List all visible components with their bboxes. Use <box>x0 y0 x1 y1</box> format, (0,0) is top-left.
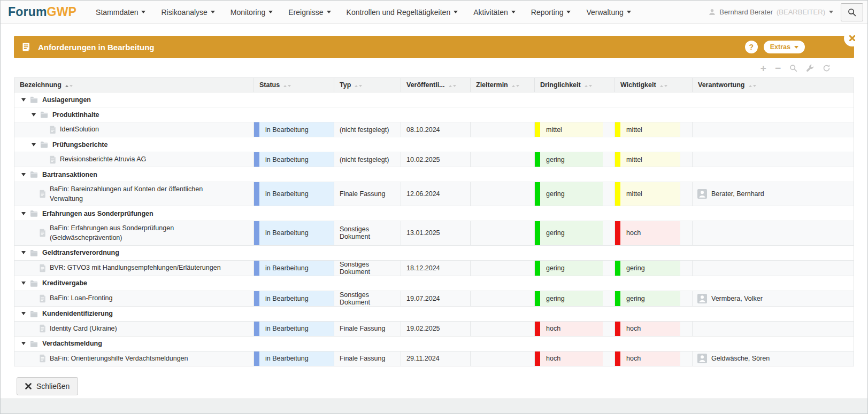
nav-item[interactable]: Kontrollen und Regeltätigkeiten <box>347 8 458 17</box>
group-row[interactable]: Geldtransferverordnung <box>14 245 854 260</box>
verantwortung-cell <box>693 321 854 336</box>
search-button[interactable] <box>841 3 863 21</box>
user-menu[interactable]: Bernhard Berater (BEARBEITER) <box>709 8 833 16</box>
folder-icon <box>29 249 39 257</box>
wichtigkeit-cell: gering <box>615 291 693 306</box>
item-label: BaFin: Orientierungshilfe Verdachtsmeldu… <box>50 351 188 365</box>
group-row[interactable]: Bartransaktionen <box>14 167 854 182</box>
zieltermin-cell <box>471 260 535 276</box>
table-row[interactable]: BaFin: Bareinzahlungen auf Konten der öf… <box>14 182 854 206</box>
close-button[interactable]: Schließen <box>17 377 78 395</box>
table-body: AuslagerungenProduktinhalteIdentSolution… <box>14 92 854 366</box>
group-row[interactable]: Kreditvergabe <box>14 276 854 291</box>
minus-icon[interactable]: − <box>775 63 781 73</box>
collapse-caret-icon[interactable] <box>21 251 26 254</box>
column-header[interactable]: Zieltermin <box>471 78 535 92</box>
sort-asc-icon <box>749 85 752 87</box>
sort-desc-icon <box>70 85 73 87</box>
table-row[interactable]: BaFin: Orientierungshilfe Verdachtsmeldu… <box>14 351 854 366</box>
verantwortung-cell <box>693 122 854 137</box>
app-logo[interactable]: ForumGWP <box>8 5 76 19</box>
sort-asc-icon <box>660 85 663 87</box>
status-value: in Bearbeitung <box>254 229 309 237</box>
status-value: in Bearbeitung <box>254 295 309 302</box>
typ-value: Finale Fassung <box>334 355 385 362</box>
folder-icon <box>29 310 39 318</box>
collapse-caret-icon[interactable] <box>21 98 26 101</box>
group-row[interactable]: Kundenidentifizierung <box>14 306 854 321</box>
veroeffentlicht-cell: 10.02.2025 <box>401 152 471 167</box>
nav-item[interactable]: Aktivitäten <box>473 8 516 17</box>
verantwortung-cell: Geldwäsche, Sören <box>693 351 854 366</box>
collapse-caret-icon[interactable] <box>21 342 26 345</box>
magnifier-icon[interactable] <box>789 64 797 72</box>
document-icon <box>21 42 31 52</box>
document-icon <box>49 155 56 164</box>
column-header[interactable]: Status <box>254 78 334 92</box>
veroeffentlicht-cell: 19.07.2024 <box>401 291 471 306</box>
page-title: Anforderungen in Bearbeitung <box>38 43 155 52</box>
table-header-row: BezeichnungStatusTypVeröffentli...Zielte… <box>14 78 854 92</box>
column-header[interactable]: Verantwortung <box>693 78 854 92</box>
table-row[interactable]: IdentSolutionin Bearbeitung(nicht festge… <box>14 122 854 137</box>
column-header[interactable]: Bezeichnung <box>14 78 254 92</box>
veroeffentlicht-value: 29.11.2024 <box>401 355 440 362</box>
item-label: Identity Card (Ukraine) <box>50 322 117 335</box>
nav-item[interactable]: Stammdaten <box>96 8 145 17</box>
status-cell: in Bearbeitung <box>254 152 334 167</box>
typ-cell: Finale Fassung <box>334 182 401 206</box>
document-icon <box>49 126 56 134</box>
nav-item[interactable]: Verwaltung <box>586 8 631 17</box>
sort-icons <box>283 85 291 87</box>
group-row[interactable]: Erfahrungen aus Sonderprüfungen <box>14 206 854 221</box>
bottom-strip <box>1 399 867 413</box>
sort-asc-icon <box>355 85 358 87</box>
refresh-icon[interactable] <box>823 64 831 72</box>
chevron-down-icon <box>268 11 273 13</box>
veroeffentlicht-cell: 29.11.2024 <box>401 351 471 366</box>
column-header[interactable]: Dringlichkeit <box>535 78 615 92</box>
help-button[interactable]: ? <box>745 41 758 53</box>
collapse-caret-icon[interactable] <box>21 282 26 285</box>
plus-icon[interactable]: + <box>761 63 766 73</box>
typ-value: Sonstiges Dokument <box>334 225 401 240</box>
nav-item[interactable]: Reporting <box>531 8 571 17</box>
typ-cell: Sonstiges Dokument <box>334 291 401 306</box>
column-header[interactable]: Typ <box>334 78 401 92</box>
group-row[interactable]: Auslagerungen <box>14 92 854 107</box>
collapse-caret-icon[interactable] <box>21 312 26 315</box>
nav-item[interactable]: Monitoring <box>231 8 273 17</box>
nav-item[interactable]: Ereignisse <box>288 8 331 17</box>
sort-desc-icon <box>359 85 362 87</box>
group-row[interactable]: Prüfungsberichte <box>14 137 854 152</box>
verantwortung-cell <box>693 260 854 276</box>
column-header[interactable]: Wichtigkeit <box>615 78 693 92</box>
folder-icon <box>40 111 49 119</box>
table-row[interactable]: Revisionsberichte Atruvia AGin Bearbeitu… <box>14 152 854 167</box>
veroeffentlicht-cell: 18.12.2024 <box>401 260 471 276</box>
table-row[interactable]: BVR: GTVO3 mit Handlungsempfehlungen/Erl… <box>14 260 854 276</box>
extras-button[interactable]: Extras <box>764 41 805 53</box>
table-row[interactable]: Identity Card (Ukraine)in BearbeitungFin… <box>14 321 854 336</box>
table-row[interactable]: BaFin: Erfahrungen aus Sonderprüfungen (… <box>14 221 854 245</box>
veroeffentlicht-value: 12.06.2024 <box>401 190 440 198</box>
collapse-caret-icon[interactable] <box>32 113 36 116</box>
chevron-down-icon <box>566 11 571 13</box>
bezeichnung-cell: BaFin: Loan-Fronting <box>14 291 254 306</box>
panel-close-button[interactable] <box>844 30 861 46</box>
nav-item[interactable]: Risikoanalyse <box>161 8 214 17</box>
collapse-caret-icon[interactable] <box>21 173 26 176</box>
group-label: Erfahrungen aus Sonderprüfungen <box>42 210 153 217</box>
group-row[interactable]: Produktinhalte <box>14 107 854 122</box>
column-header[interactable]: Veröffentli... <box>401 78 471 92</box>
sort-icons <box>749 85 756 87</box>
zieltermin-cell <box>471 152 535 167</box>
table-row[interactable]: BaFin: Loan-Frontingin BearbeitungSonsti… <box>14 291 854 306</box>
document-icon <box>39 229 46 237</box>
user-role: (BEARBEITER) <box>777 8 825 16</box>
group-row[interactable]: Verdachtsmeldung <box>14 336 854 351</box>
collapse-caret-icon[interactable] <box>32 143 36 146</box>
collapse-caret-icon[interactable] <box>21 212 26 215</box>
wrench-icon[interactable] <box>806 64 814 72</box>
dringlichkeit-value: hoch <box>535 355 560 362</box>
